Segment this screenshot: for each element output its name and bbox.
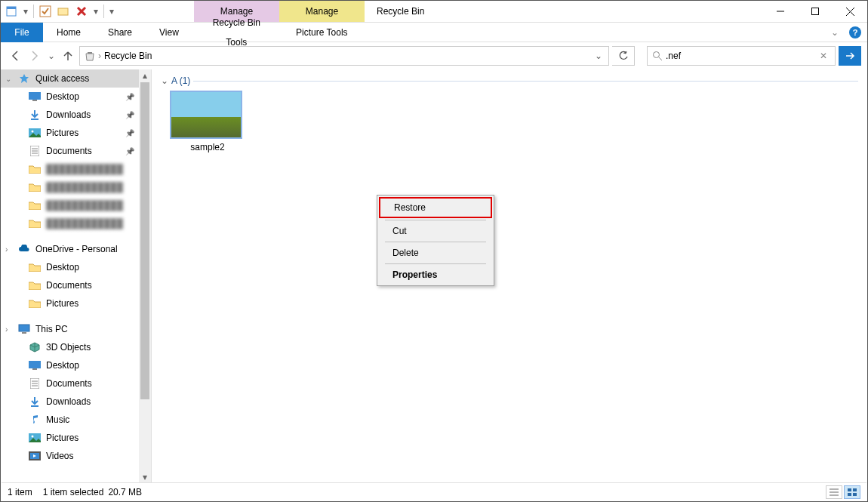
folder-icon bbox=[28, 163, 42, 175]
qat-dropdown-icon[interactable]: ▾ bbox=[21, 3, 30, 20]
sidebar-this-pc[interactable]: › This PC bbox=[1, 320, 151, 338]
sidebar-onedrive-desktop[interactable]: Desktop bbox=[1, 258, 151, 276]
nav-item-label: Downloads bbox=[46, 109, 91, 120]
view-toggle-group bbox=[826, 485, 860, 499]
tab-home[interactable]: Home bbox=[43, 23, 94, 42]
svg-rect-3 bbox=[58, 8, 68, 15]
svg-rect-34 bbox=[848, 488, 851, 491]
status-size: 20.7 MB bbox=[108, 487, 142, 497]
navigation-pane: ⌄ Quick access Desktop📌Downloads📌Picture… bbox=[1, 69, 152, 483]
nav-item-label: Videos bbox=[46, 451, 73, 461]
nav-up-icon[interactable] bbox=[60, 48, 76, 64]
group-header[interactable]: ⌄ A (1) bbox=[161, 75, 858, 86]
svg-point-13 bbox=[32, 131, 34, 133]
folder-icon bbox=[28, 181, 42, 193]
nav-item-label: Pictures bbox=[46, 298, 78, 309]
nav-item-label: Documents bbox=[46, 280, 92, 291]
sidebar-qa-desktop[interactable]: Desktop📌 bbox=[1, 88, 151, 106]
folder-icon bbox=[28, 261, 42, 273]
breadcrumb-recyclebin[interactable]: Recycle Bin bbox=[101, 51, 155, 61]
collapse-ribbon-icon[interactable]: ⌄ bbox=[826, 27, 843, 38]
sidebar-scrollbar[interactable]: ▴ ▾ bbox=[139, 69, 151, 483]
address-dropdown-icon[interactable]: ⌄ bbox=[592, 51, 605, 61]
context-properties[interactable]: Properties bbox=[379, 266, 492, 284]
pin-icon: 📌 bbox=[125, 111, 134, 119]
tab-share[interactable]: Share bbox=[94, 23, 146, 42]
sidebar-qa-blurred-folder-4[interactable]: ████████████ bbox=[1, 214, 151, 233]
nav-item-label: Pictures bbox=[46, 433, 78, 443]
nav-back-icon[interactable] bbox=[7, 48, 23, 64]
file-item[interactable]: sample2 bbox=[170, 91, 245, 152]
sidebar-onedrive-pictures[interactable]: Pictures bbox=[1, 294, 151, 313]
qat-check-icon[interactable] bbox=[37, 3, 54, 20]
svg-rect-36 bbox=[848, 493, 851, 496]
sidebar-qa-blurred-folder-1[interactable]: ████████████ bbox=[1, 160, 151, 178]
quick-access-toolbar: ▾ ▾ ▾ bbox=[1, 1, 119, 22]
tab-view[interactable]: View bbox=[146, 23, 192, 42]
close-button[interactable] bbox=[833, 1, 867, 22]
chevron-down-icon[interactable]: ⌄ bbox=[161, 75, 168, 86]
tab-picture-tools[interactable]: Picture Tools bbox=[279, 23, 365, 42]
scroll-up-icon[interactable]: ▴ bbox=[139, 69, 151, 82]
scroll-thumb[interactable] bbox=[140, 82, 149, 399]
sidebar-quick-access[interactable]: ⌄ Quick access bbox=[1, 69, 151, 88]
downloads-icon bbox=[28, 109, 42, 121]
qat-delete-icon[interactable] bbox=[73, 3, 90, 20]
title-bar: ▾ ▾ ▾ Manage Manage Recycle Bin bbox=[1, 1, 867, 23]
sidebar-qa-blurred-folder-3[interactable]: ████████████ bbox=[1, 196, 151, 214]
maximize-button[interactable] bbox=[798, 1, 833, 22]
nav-item-label: Music bbox=[46, 414, 69, 425]
chevron-down-icon[interactable]: ⌄ bbox=[5, 75, 11, 83]
minimize-button[interactable] bbox=[763, 1, 798, 22]
qat-properties-icon[interactable] bbox=[3, 3, 20, 20]
qat-dropdown2-icon[interactable]: ▾ bbox=[91, 3, 100, 20]
nav-item-label: Documents bbox=[46, 146, 92, 156]
scroll-down-icon[interactable]: ▾ bbox=[139, 471, 151, 483]
qat-newfolder-icon[interactable] bbox=[55, 3, 72, 20]
context-tab-picture[interactable]: Manage bbox=[279, 1, 365, 22]
search-input[interactable] bbox=[666, 51, 817, 61]
navigation-row: ⌄ › Recycle Bin ⌄ ✕ bbox=[1, 42, 867, 69]
chevron-right-icon[interactable]: › bbox=[5, 245, 8, 254]
nav-forward-icon[interactable] bbox=[26, 48, 43, 64]
sidebar-onedrive-documents[interactable]: Documents bbox=[1, 276, 151, 294]
sidebar-qa-downloads[interactable]: Downloads📌 bbox=[1, 106, 151, 124]
status-item-count: 1 item bbox=[8, 487, 32, 497]
context-restore[interactable]: Restore bbox=[379, 197, 492, 218]
nav-recent-icon[interactable]: ⌄ bbox=[46, 48, 57, 64]
menu-separator bbox=[385, 263, 486, 264]
sidebar-pc-videos[interactable]: Videos bbox=[1, 447, 151, 465]
menu-separator bbox=[385, 242, 486, 242]
sidebar-qa-blurred-folder-2[interactable]: ████████████ bbox=[1, 178, 151, 196]
separator bbox=[33, 5, 34, 18]
clear-search-icon[interactable]: ✕ bbox=[817, 51, 830, 61]
chevron-right-icon[interactable]: › bbox=[5, 325, 8, 334]
pictures-icon bbox=[28, 432, 42, 444]
qat-customize-icon[interactable]: ▾ bbox=[107, 3, 116, 20]
view-thumbnails-button[interactable] bbox=[844, 485, 860, 499]
refresh-button[interactable] bbox=[612, 46, 635, 66]
address-bar[interactable]: › Recycle Bin ⌄ bbox=[79, 46, 609, 66]
sidebar-qa-pictures[interactable]: Pictures📌 bbox=[1, 124, 151, 142]
search-box[interactable]: ✕ bbox=[647, 46, 836, 66]
sidebar-pc-downloads[interactable]: Downloads bbox=[1, 393, 151, 411]
nav-item-label: Desktop bbox=[46, 262, 79, 273]
context-cut[interactable]: Cut bbox=[379, 222, 492, 240]
documents-icon bbox=[28, 377, 42, 390]
status-selected: 1 item selected bbox=[43, 487, 104, 497]
sidebar-pc-music[interactable]: Music bbox=[1, 411, 151, 429]
view-details-button[interactable] bbox=[826, 485, 842, 499]
context-delete[interactable]: Delete bbox=[379, 244, 492, 262]
sidebar-qa-documents[interactable]: Documents📌 bbox=[1, 142, 151, 160]
nav-item-label: Documents bbox=[46, 378, 92, 389]
sidebar-onedrive[interactable]: › OneDrive - Personal bbox=[1, 240, 151, 258]
sidebar-pc-3d-objects[interactable]: 3D Objects bbox=[1, 338, 151, 356]
file-tab[interactable]: File bbox=[1, 23, 43, 42]
videos-icon bbox=[28, 450, 42, 462]
help-icon[interactable]: ? bbox=[849, 26, 861, 38]
onedrive-label: OneDrive - Personal bbox=[35, 244, 118, 254]
sidebar-pc-pictures[interactable]: Pictures bbox=[1, 429, 151, 447]
search-go-button[interactable] bbox=[839, 46, 861, 66]
sidebar-pc-desktop[interactable]: Desktop bbox=[1, 356, 151, 374]
sidebar-pc-documents[interactable]: Documents bbox=[1, 374, 151, 393]
